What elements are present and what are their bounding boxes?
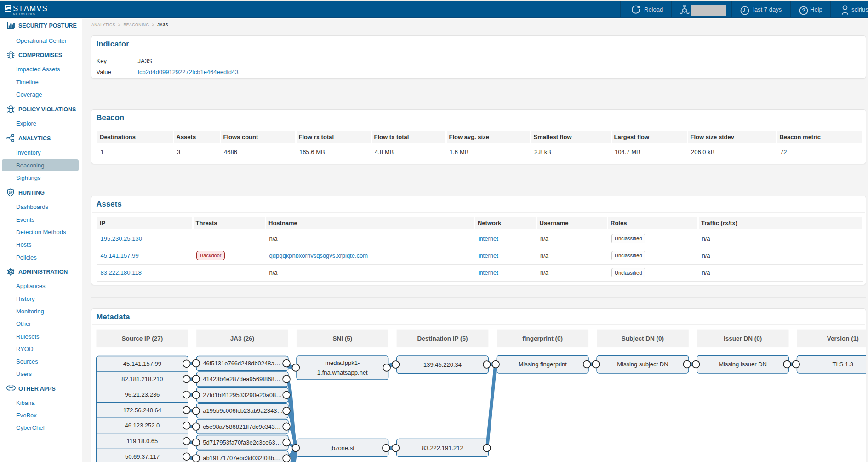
svg-text:Issuer DN (0): Issuer DN (0) — [723, 335, 761, 341]
svg-text:83.222.191.212: 83.222.191.212 — [422, 444, 463, 451]
svg-text:Missing subject DN: Missing subject DN — [617, 361, 668, 368]
svg-text:media.fppk1-: media.fppk1- — [325, 359, 360, 366]
svg-text:46f5131e766d248db0248a…: 46f5131e766d248db0248a… — [203, 360, 280, 367]
svg-text:41423b4e287dea9569f868…: 41423b4e287dea9569f868… — [203, 375, 280, 382]
svg-text:46.123.252.0: 46.123.252.0 — [125, 422, 160, 429]
svg-text:NETWORKS: NETWORKS — [13, 12, 36, 16]
svg-text:1.fna.whatsapp.net: 1.fna.whatsapp.net — [317, 369, 367, 376]
svg-text:5d717953fa70fa3e2c3ce63…: 5d717953fa70fa3e2c3ce63… — [203, 439, 281, 446]
svg-text:96.21.23.236: 96.21.23.236 — [125, 391, 160, 398]
svg-text:50.69.37.117: 50.69.37.117 — [125, 453, 159, 460]
svg-text:172.56.240.64: 172.56.240.64 — [123, 406, 161, 413]
svg-text:Destination IP (5): Destination IP (5) — [417, 335, 468, 341]
svg-text:Version (1): Version (1) — [827, 335, 858, 341]
svg-text:STΛMVS: STΛMVS — [13, 4, 48, 13]
svg-text:TLS 1.3: TLS 1.3 — [832, 361, 853, 368]
svg-text:?: ? — [802, 7, 805, 14]
svg-text:45.141.157.99: 45.141.157.99 — [123, 360, 161, 367]
svg-text:a195b9c006fcb23ab9a2343…: a195b9c006fcb23ab9a2343… — [203, 407, 283, 414]
svg-text:Source IP (27): Source IP (27) — [121, 335, 163, 341]
svg-text:SNI (5): SNI (5) — [332, 335, 352, 341]
svg-text:fingerprint (0): fingerprint (0) — [522, 335, 563, 341]
svg-text:Subject DN (0): Subject DN (0) — [621, 335, 663, 341]
svg-text:119.18.0.65: 119.18.0.65 — [126, 438, 158, 445]
svg-text:ab19171707ebc3d032f08b…: ab19171707ebc3d032f08b… — [203, 455, 280, 462]
svg-text:JA3 (26): JA3 (26) — [230, 335, 254, 341]
svg-text:c5e98a7586821ff7dc9c343…: c5e98a7586821ff7dc9c343… — [203, 423, 281, 430]
svg-text:27fd1bf4129533290e20a08…: 27fd1bf4129533290e20a08… — [203, 391, 282, 398]
svg-text:Missing fingerprint: Missing fingerprint — [518, 361, 567, 368]
svg-text:Missing issuer DN: Missing issuer DN — [719, 361, 767, 368]
svg-text:82.181.218.210: 82.181.218.210 — [121, 375, 163, 382]
svg-text:139.45.220.34: 139.45.220.34 — [423, 361, 461, 368]
svg-text:jbzone.st: jbzone.st — [330, 444, 354, 451]
